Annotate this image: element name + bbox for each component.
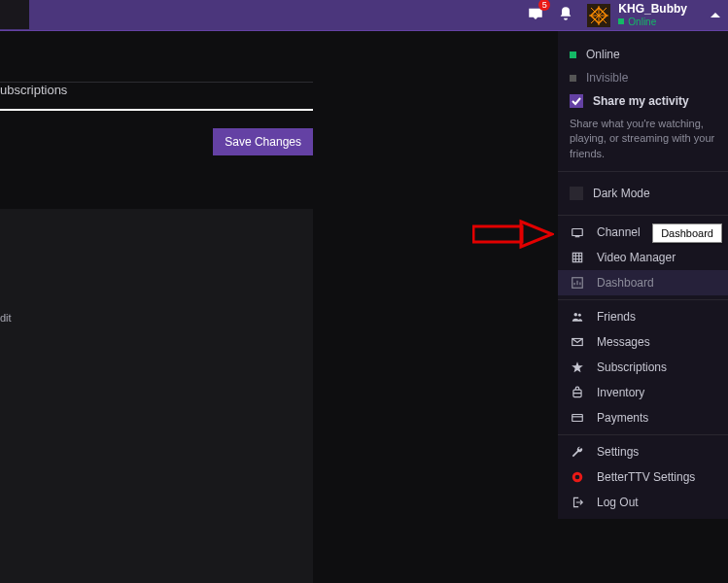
status-label: Online [628,17,656,27]
menu-item-betterttv[interactable]: BetterTTV Settings [558,464,728,490]
avatar [587,4,610,27]
card-icon [570,411,585,425]
svg-rect-8 [572,415,583,422]
menu-item-inventory[interactable]: Inventory [558,380,728,405]
svg-point-4 [574,313,578,317]
menu-item-label: Subscriptions [597,360,667,374]
menu-item-label: Video Manager [597,251,676,264]
bell-icon [558,6,573,21]
dark-mode-toggle[interactable]: Dark Mode [570,182,716,205]
invisible-dot-icon [570,75,576,82]
user-menu-toggle[interactable]: KHG_Bubby Online [587,3,720,26]
save-changes-button[interactable]: Save Changes [213,128,313,155]
share-activity-label: Share my activity [593,94,689,108]
logout-icon [570,496,585,509]
topbar: 5 KHG_Bubby Online [0,0,728,31]
tv-icon [570,225,585,239]
menu-item-messages[interactable]: Messages [558,329,728,355]
menu-item-label: Log Out [597,496,639,509]
content-card: dit [0,209,313,583]
top-left-placeholder [0,0,29,29]
menu-item-label: Friends [597,310,636,324]
menu-item-payments[interactable]: Payments [558,405,728,430]
online-dot-icon [570,51,576,58]
menu-item-label: Channel [597,225,641,239]
star-icon [570,360,585,374]
edit-label: dit [0,312,12,324]
wrench-icon [570,445,585,459]
chart-icon [570,276,585,290]
menu-item-subscriptions[interactable]: Subscriptions [558,355,728,380]
svg-rect-2 [572,254,581,262]
status-option-invisible[interactable]: Invisible [570,66,716,89]
menu-item-label: Messages [597,335,650,349]
dashboard-tooltip: Dashboard [652,223,722,243]
checkbox-checked-icon [570,94,583,108]
menu-item-label: Settings [597,445,639,459]
envelope-icon [570,335,585,349]
checkbox-empty-icon [570,187,583,200]
svg-rect-1 [572,229,583,236]
share-activity-toggle[interactable]: Share my activity [570,89,716,113]
menu-item-label: Dashboard [597,276,654,290]
status-dot-icon [618,18,624,24]
inbox-badge: 5 [538,0,550,11]
betterttv-icon [570,470,585,484]
backpack-icon [570,386,585,399]
share-activity-description: Share what you're watching, playing, or … [570,117,716,161]
svg-point-10 [575,475,580,480]
user-dropdown: Online Invisible Share my activity Share… [558,31,728,519]
menu-item-video-manager[interactable]: Video Manager [558,245,728,270]
menu-item-label: Inventory [597,386,644,399]
menu-item-label: Payments [597,411,648,425]
menu-item-logout[interactable]: Log Out [558,490,728,515]
notifications-button[interactable] [558,6,573,25]
film-icon [570,251,585,264]
status-option-online[interactable]: Online [570,43,716,66]
inbox-button[interactable]: 5 [527,5,544,26]
section-heading: ubscriptions [0,83,313,105]
dark-mode-label: Dark Mode [593,187,650,200]
menu-item-friends[interactable]: Friends [558,304,728,329]
caret-up-icon [711,7,720,24]
svg-point-5 [578,314,581,317]
status-option-label: Invisible [586,71,628,85]
menu-item-dashboard[interactable]: Dashboard [558,270,728,295]
username-label: KHG_Bubby [618,3,687,16]
menu-item-settings[interactable]: Settings [558,439,728,464]
menu-item-label: BetterTTV Settings [597,470,695,484]
settings-panel: ubscriptions Save Changes dit [0,82,313,548]
status-option-label: Online [586,48,620,61]
friends-icon [570,310,585,324]
